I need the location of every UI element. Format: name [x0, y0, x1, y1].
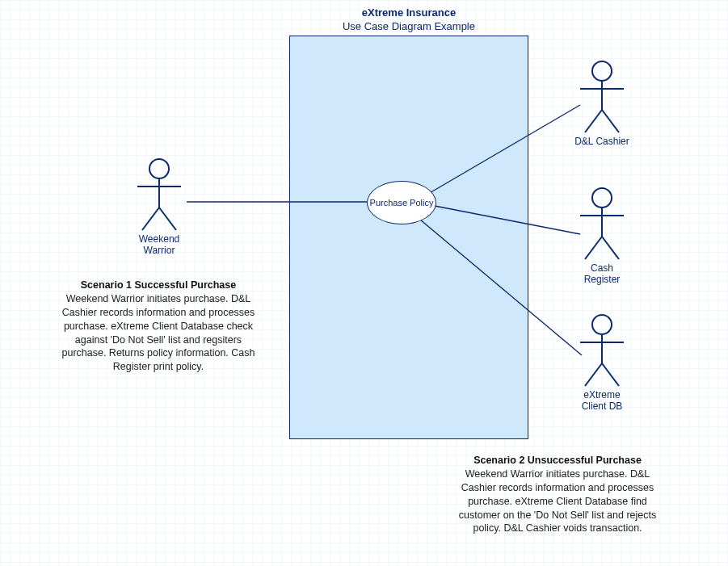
actor-dl-cashier: D&L Cashier: [574, 60, 630, 147]
scenario-2-body: Weekend Warrior initiates purchase. D&L …: [452, 467, 663, 535]
scenario-2: Scenario 2 Unsuccessful Purchase Weekend…: [452, 454, 663, 535]
scenario-2-heading: Scenario 2 Unsuccessful Purchase: [452, 454, 663, 467]
stick-figure-icon: [574, 187, 630, 261]
svg-line-4: [159, 208, 176, 230]
svg-point-15: [592, 315, 612, 334]
scenario-1-heading: Scenario 1 Successful Purchase: [53, 279, 263, 292]
usecase-label: Purchase Policy: [370, 198, 434, 208]
diagram-title-sub: Use Case Diagram Example: [289, 20, 528, 34]
actor-weekend-warrior: Weekend Warrior: [131, 157, 187, 257]
diagram-stage: eXtreme Insurance Use Case Diagram Examp…: [0, 0, 728, 566]
svg-point-10: [592, 188, 612, 208]
svg-line-3: [142, 208, 159, 230]
svg-line-8: [585, 110, 602, 132]
stick-figure-icon: [131, 157, 187, 232]
svg-line-9: [602, 110, 619, 132]
scenario-1-body: Weekend Warrior initiates purchase. D&L …: [53, 292, 263, 374]
svg-line-13: [585, 237, 602, 259]
actor-label: D&L Cashier: [574, 136, 630, 147]
diagram-title-main: eXtreme Insurance: [289, 6, 528, 20]
actor-label: Cash Register: [574, 262, 630, 286]
svg-point-5: [592, 61, 612, 81]
diagram-title: eXtreme Insurance Use Case Diagram Examp…: [289, 6, 528, 34]
svg-line-19: [602, 363, 619, 386]
actor-cash-register: Cash Register: [574, 187, 630, 286]
stick-figure-icon: [574, 313, 630, 388]
actor-label: eXtreme Client DB: [574, 389, 630, 413]
actor-extreme-client-db: eXtreme Client DB: [574, 313, 630, 413]
system-boundary: [289, 36, 528, 439]
usecase-purchase-policy: Purchase Policy: [367, 181, 436, 224]
svg-point-0: [149, 159, 169, 178]
actor-label: Weekend Warrior: [131, 233, 187, 257]
svg-line-14: [602, 237, 619, 259]
svg-line-18: [585, 363, 602, 386]
stick-figure-icon: [574, 60, 630, 134]
scenario-1: Scenario 1 Successful Purchase Weekend W…: [53, 279, 263, 374]
